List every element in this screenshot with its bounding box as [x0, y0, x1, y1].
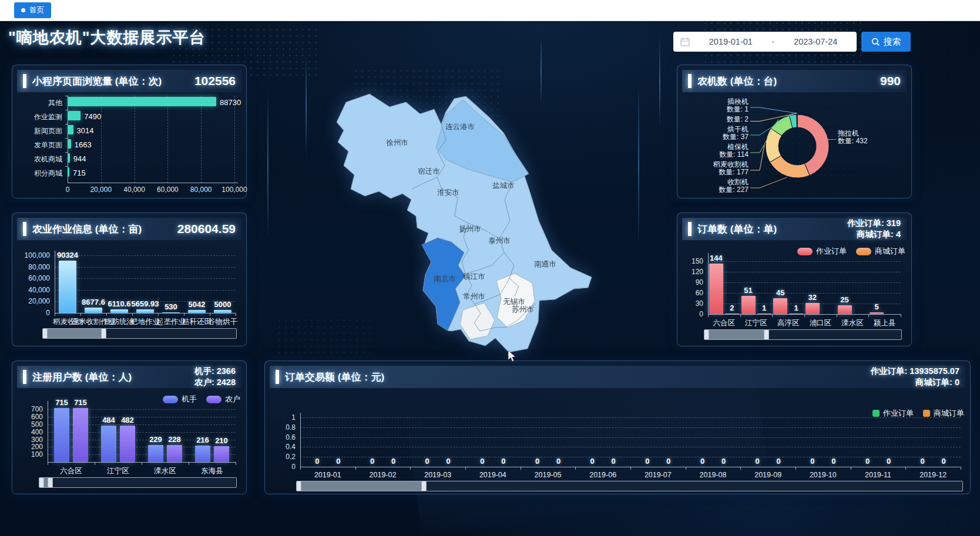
legend-item[interactable]: 机手 [163, 394, 197, 404]
tab-home[interactable]: 首页 [14, 2, 51, 18]
orders-chart[interactable]: 15012090603001442六合区511江宁区451高淳区32浦口区25溧… [682, 242, 907, 343]
y-tick-label: 80,000 [17, 263, 50, 271]
bar[interactable] [838, 305, 852, 314]
gridline [708, 272, 901, 272]
bar-value-label: 944 [73, 154, 86, 163]
legend-item[interactable]: 商城订单 [923, 408, 964, 419]
bar-category-label: 新闻页面 [17, 126, 62, 136]
bar[interactable] [68, 125, 73, 134]
datazoom-handle-left[interactable] [704, 329, 709, 340]
bar-category-label: 农机商城 [17, 154, 62, 164]
bar[interactable] [54, 408, 69, 462]
y-axis [48, 401, 48, 462]
bar[interactable] [101, 426, 116, 462]
datazoom-handle-right[interactable] [48, 477, 53, 488]
bar[interactable] [725, 313, 739, 315]
x-axis [55, 313, 236, 313]
bar[interactable] [59, 261, 76, 313]
datazoom-handle-left[interactable] [39, 477, 44, 488]
x-tick [630, 467, 631, 470]
users-chart[interactable]: 700600500400300200100715715六合区484482江宁区2… [17, 390, 241, 491]
bar-value-label: 5000 [205, 300, 240, 309]
bar-value-label: 51 [731, 286, 766, 295]
transactions-chart[interactable]: 10.80.60.40.20002019-01002019-02002019-0… [270, 390, 965, 491]
x-tick [804, 314, 805, 317]
panel-total: 990 [880, 74, 901, 88]
dashboard: 首页 "嘀地农机"大数据展示平台 2019-01-01 - 2023-07-24… [0, 0, 980, 536]
x-tick [236, 462, 236, 465]
datazoom-slider[interactable] [297, 481, 963, 491]
machines-chart[interactable]: 拖拉机数量: 432收割机数量: 227稻麦收割机数量: 177植保机数量: 1… [682, 95, 907, 195]
gridline [708, 261, 901, 262]
legend-item[interactable]: 农户 [206, 394, 240, 404]
gridline [300, 427, 961, 428]
pie-label: 稻麦收割机数量: 177 [713, 160, 749, 176]
datazoom-slider[interactable] [43, 328, 237, 339]
bar-value-label: 0 [816, 457, 851, 466]
datazoom-handle-left[interactable] [296, 481, 301, 491]
pageviews-chart[interactable]: 020,00040,00060,00080,000100,000其他88730作… [17, 95, 241, 195]
gridline [55, 290, 236, 291]
x-category-label: 颍上县 [850, 318, 920, 328]
date-end-input[interactable]: 2023-07-24 [774, 37, 857, 46]
bar[interactable] [214, 310, 231, 313]
x-tick [961, 467, 961, 470]
x-axis [68, 183, 238, 183]
datazoom-slider[interactable] [704, 329, 902, 340]
date-range-picker[interactable]: 2019-01-01 - 2023-07-24 [673, 32, 857, 52]
bar[interactable] [167, 445, 182, 462]
bar[interactable] [68, 153, 70, 163]
datazoom-handle-left[interactable] [42, 328, 48, 339]
datazoom-slider[interactable] [39, 477, 237, 488]
bar-value-label: 5 [859, 302, 894, 311]
date-start-input[interactable]: 2019-01-01 [690, 37, 772, 46]
bar[interactable] [68, 167, 69, 177]
bar[interactable] [789, 313, 803, 315]
gridline [300, 447, 961, 447]
bar[interactable] [68, 97, 216, 106]
accent-bar [23, 222, 26, 236]
tab-dot-icon [21, 8, 25, 12]
gridline [135, 96, 135, 183]
background-streak [267, 88, 269, 241]
x-tick [236, 313, 236, 316]
bar-category-label: 发单页面 [17, 140, 62, 150]
topbar: 首页 [0, 0, 980, 21]
bar[interactable] [136, 309, 154, 313]
farmwork-chart[interactable]: 100,00080,00060,00040,00020,000090324稻麦收… [17, 242, 241, 343]
bar[interactable] [148, 445, 163, 462]
bar[interactable] [73, 408, 88, 462]
x-tick-label: 60,000 [149, 186, 186, 194]
search-button[interactable]: 搜索 [861, 32, 911, 52]
legend-item[interactable]: 作业订单 [797, 246, 847, 257]
legend-item[interactable]: 作业订单 [872, 408, 914, 419]
gridline [300, 437, 961, 438]
accent-bar [23, 370, 26, 384]
bar[interactable] [162, 312, 180, 313]
panel-orders: 订单数 (单位：单) 作业订单: 319 商城订单: 4 15012090603… [677, 213, 912, 346]
y-tick [65, 96, 68, 96]
datazoom-handle-right[interactable] [421, 481, 427, 491]
bar[interactable] [110, 309, 128, 313]
bar[interactable] [120, 426, 135, 462]
bar[interactable] [806, 303, 820, 314]
legend-item[interactable]: 商城订单 [856, 246, 905, 257]
datazoom-handle-right[interactable] [101, 328, 106, 339]
bar[interactable] [195, 446, 210, 462]
bar[interactable] [214, 446, 229, 462]
bar[interactable] [68, 139, 71, 149]
bar[interactable] [68, 111, 80, 120]
bar-value-label: 482 [110, 416, 145, 424]
x-tick [901, 314, 901, 317]
bar[interactable] [85, 308, 102, 313]
bar-value-label: 144 [699, 254, 734, 262]
y-axis [55, 251, 55, 313]
bar-value-label: 715 [73, 168, 86, 177]
bar[interactable] [870, 312, 884, 314]
bar[interactable] [757, 313, 771, 315]
bar[interactable] [188, 310, 206, 313]
bar-value-label: 0 [871, 457, 907, 466]
datazoom-handle-right[interactable] [764, 329, 769, 340]
pie-label-line [750, 107, 797, 113]
panel-total: 280604.59 [177, 222, 236, 236]
